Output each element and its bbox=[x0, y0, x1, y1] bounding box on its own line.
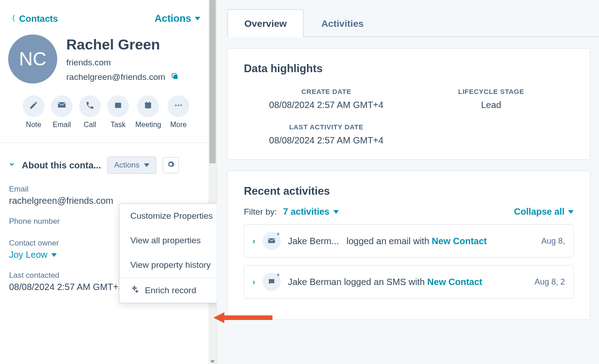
call-button[interactable]: Call bbox=[79, 95, 101, 129]
svg-point-9 bbox=[180, 104, 182, 106]
lifecycle-label: LIFECYCLE STAGE bbox=[409, 88, 574, 95]
svg-point-7 bbox=[175, 104, 176, 106]
call-label: Call bbox=[84, 121, 96, 129]
header-actions-dropdown[interactable]: Actions bbox=[154, 13, 200, 25]
note-button[interactable]: Note bbox=[23, 95, 45, 129]
activity-item[interactable]: › + Jake Berman logged an SMS with New C… bbox=[244, 265, 574, 299]
last-activity-value: 08/08/2024 2:57 AM GMT+4 bbox=[244, 135, 409, 146]
about-section-title: About this conta... bbox=[22, 160, 101, 171]
create-date-value: 08/08/2024 2:57 AM GMT+4 bbox=[244, 100, 409, 110]
data-highlights-card: Data highlights CREATE DATE 08/08/2024 2… bbox=[227, 48, 590, 160]
recent-activities-card: Recent activities Filter by: 7 activitie… bbox=[227, 171, 590, 320]
tab-activities-label: Activities bbox=[321, 18, 363, 29]
activity-sms-icon: + bbox=[262, 273, 281, 291]
svg-rect-0 bbox=[173, 75, 178, 79]
more-label: More bbox=[170, 121, 187, 129]
settings-button[interactable] bbox=[163, 157, 179, 173]
filter-by-label: Filter by: bbox=[244, 207, 277, 216]
menu-view-property-history[interactable]: View property history bbox=[119, 253, 217, 277]
about-actions-label: Actions bbox=[114, 161, 139, 170]
caret-down-icon bbox=[144, 163, 149, 167]
about-actions-button[interactable]: Actions bbox=[107, 157, 156, 174]
activity-date: Aug 8, bbox=[541, 236, 565, 246]
task-icon bbox=[114, 101, 123, 112]
email-label: Email bbox=[53, 121, 71, 129]
more-icon bbox=[174, 101, 183, 112]
chevron-right-icon[interactable]: › bbox=[252, 277, 255, 287]
caret-down-icon bbox=[333, 210, 339, 214]
caret-down-icon bbox=[51, 253, 57, 257]
menu-customize-properties[interactable]: Customize Properties bbox=[119, 204, 217, 228]
chevron-down-icon[interactable] bbox=[8, 161, 15, 170]
task-button[interactable]: Task bbox=[107, 95, 129, 129]
tabs: Overview Activities bbox=[227, 9, 599, 37]
enrich-record-label: Enrich record bbox=[145, 285, 196, 295]
email-field-label: Email bbox=[9, 185, 199, 194]
email-button[interactable]: Email bbox=[51, 95, 73, 129]
tab-activities[interactable]: Activities bbox=[304, 9, 381, 37]
svg-marker-10 bbox=[210, 360, 215, 363]
chevron-left-icon: 〈 bbox=[8, 14, 15, 24]
contact-email: rachelgreen@friends.com bbox=[66, 72, 165, 82]
avatar: NC bbox=[8, 34, 57, 84]
svg-rect-2 bbox=[115, 103, 121, 108]
svg-rect-6 bbox=[149, 101, 150, 103]
create-date-label: CREATE DATE bbox=[244, 88, 409, 95]
meeting-label: Meeting bbox=[135, 121, 161, 129]
activity-email-icon: + bbox=[262, 232, 281, 250]
activity-link[interactable]: New Contact bbox=[427, 277, 482, 287]
scrollbar[interactable] bbox=[208, 0, 217, 364]
chevron-right-icon[interactable]: › bbox=[252, 236, 255, 246]
copy-icon[interactable] bbox=[171, 72, 179, 82]
activity-user: Jake Berman bbox=[288, 277, 342, 287]
task-label: Task bbox=[111, 121, 126, 129]
last-activity-label: LAST ACTIVITY DATE bbox=[244, 123, 409, 131]
recent-activities-title: Recent activities bbox=[244, 185, 574, 197]
activity-user: Jake Berm... bbox=[288, 236, 339, 246]
caret-down-icon bbox=[568, 210, 574, 214]
avatar-initials: NC bbox=[19, 48, 47, 70]
tab-overview[interactable]: Overview bbox=[227, 9, 304, 37]
edit-icon bbox=[29, 101, 38, 112]
owner-field-value: Joy Leow bbox=[9, 250, 48, 260]
contact-name: Rachel Green bbox=[66, 36, 179, 53]
activity-link[interactable]: New Contact bbox=[432, 236, 487, 246]
gear-icon bbox=[167, 160, 175, 170]
actions-dropdown-menu: Customize Properties View all properties… bbox=[119, 203, 217, 303]
tab-overview-label: Overview bbox=[244, 18, 287, 29]
activity-verb: logged an email with bbox=[347, 236, 429, 246]
menu-enrich-record[interactable]: Enrich record bbox=[119, 278, 217, 303]
activity-item[interactable]: › + Jake Berm... logged an email with Ne… bbox=[244, 224, 574, 258]
menu-view-all-properties[interactable]: View all properties bbox=[119, 228, 217, 253]
sparkle-icon bbox=[130, 285, 139, 295]
filter-activities-dropdown[interactable]: 7 activities bbox=[283, 207, 338, 217]
note-label: Note bbox=[26, 121, 41, 129]
svg-point-8 bbox=[178, 104, 179, 106]
collapse-all-button[interactable]: Collapse all bbox=[514, 207, 574, 217]
calendar-icon bbox=[144, 101, 153, 112]
filter-value: 7 activities bbox=[283, 207, 329, 217]
contact-domain: friends.com bbox=[66, 58, 179, 68]
contacts-link-label: Contacts bbox=[19, 14, 58, 24]
activity-date: Aug 8, 2 bbox=[535, 277, 565, 287]
lifecycle-value: Lead bbox=[409, 100, 574, 110]
svg-rect-5 bbox=[146, 101, 147, 103]
phone-icon bbox=[85, 101, 94, 112]
header-actions-label: Actions bbox=[154, 13, 191, 25]
meeting-button[interactable]: Meeting bbox=[135, 95, 161, 129]
email-field[interactable]: Email rachelgreen@friends.com bbox=[9, 185, 199, 206]
scrollbar-thumb[interactable] bbox=[209, 0, 216, 163]
mail-icon bbox=[57, 101, 66, 112]
scroll-down-icon[interactable] bbox=[210, 358, 215, 362]
collapse-all-label: Collapse all bbox=[514, 207, 564, 217]
caret-down-icon bbox=[195, 17, 200, 20]
activity-verb: logged an SMS with bbox=[344, 277, 425, 287]
svg-rect-4 bbox=[145, 103, 151, 104]
more-button[interactable]: More bbox=[168, 95, 189, 129]
contacts-back-link[interactable]: 〈 Contacts bbox=[8, 14, 58, 24]
data-highlights-title: Data highlights bbox=[244, 62, 574, 75]
